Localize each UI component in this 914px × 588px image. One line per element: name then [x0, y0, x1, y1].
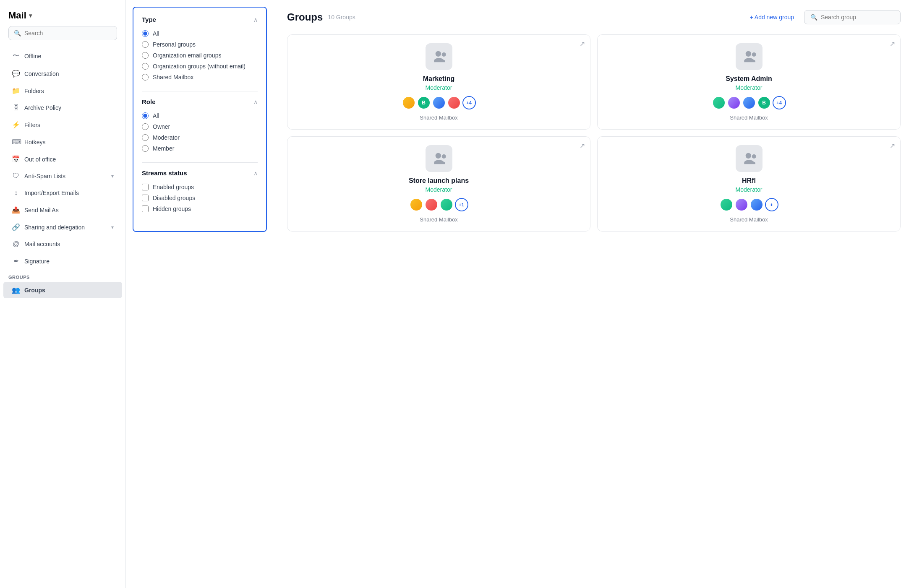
filter-role-owner-label: Owner — [153, 123, 170, 130]
member-count-badge: + — [765, 198, 778, 211]
sidebar-item-label: Filters — [24, 122, 114, 128]
folder-icon: 📁 — [12, 87, 20, 95]
sidebar-item-groups[interactable]: 👥 Groups — [3, 282, 122, 298]
pen-icon: ✒ — [12, 257, 20, 265]
filter-streams-toggle[interactable]: ∧ — [253, 170, 258, 177]
external-link-icon[interactable]: ↗ — [890, 142, 895, 150]
sidebar-item-label: Import/Export Emails — [24, 190, 114, 196]
filter-type-org-email-radio[interactable] — [142, 52, 149, 59]
group-card-marketing: ↗ Marketing Moderator B +4 Shared Mailbo… — [287, 34, 590, 130]
shield-icon: 🛡 — [12, 172, 20, 180]
people-avatar-icon — [431, 150, 447, 167]
main-count: 10 Groups — [328, 14, 355, 21]
app-title-chevron: ▾ — [29, 12, 32, 19]
group-name-hrfl: HRfl — [742, 177, 756, 185]
filter-streams-title: Streams status — [142, 169, 187, 177]
sidebar-item-archive-policy[interactable]: 🗄 Archive Policy — [3, 100, 122, 116]
sidebar-item-signature[interactable]: ✒ Signature — [3, 253, 122, 269]
arrows-icon: ↕ — [12, 189, 20, 197]
sidebar-item-conversation[interactable]: 💬 Conversation — [3, 65, 122, 82]
member-avatar — [735, 198, 748, 211]
search-group-input[interactable] — [821, 14, 894, 21]
filter-streams-hidden-checkbox[interactable] — [142, 206, 149, 212]
sidebar-item-label: Offline — [24, 53, 114, 60]
filter-role-owner-radio[interactable] — [142, 123, 149, 130]
sidebar-item-sharing[interactable]: 🔗 Sharing and delegation ▾ — [3, 219, 122, 235]
main-actions: + Add new group 🔍 — [745, 10, 901, 24]
member-avatar — [425, 198, 438, 211]
sidebar-item-folders[interactable]: 📁 Folders — [3, 83, 122, 99]
filter-role-member[interactable]: Member — [142, 143, 258, 154]
app-title[interactable]: Mail ▾ — [8, 10, 117, 21]
group-members-hrfl: + — [720, 198, 778, 211]
external-link-icon[interactable]: ↗ — [580, 142, 585, 150]
sidebar-item-mail-accounts[interactable]: @ Mail accounts — [3, 236, 122, 252]
filter-divider-1 — [142, 91, 258, 91]
filter-role-moderator-radio[interactable] — [142, 134, 149, 141]
member-count-badge: +4 — [773, 96, 786, 109]
external-link-icon[interactable]: ↗ — [890, 40, 895, 48]
filter-role-toggle[interactable]: ∧ — [253, 99, 258, 105]
sidebar-item-import-export[interactable]: ↕ Import/Export Emails — [3, 185, 122, 201]
sidebar-item-offline[interactable]: 〜 Offline — [3, 47, 122, 65]
filter-type-all[interactable]: All — [142, 28, 258, 39]
groups-grid: ↗ Marketing Moderator B +4 Shared Mailbo… — [287, 34, 901, 232]
at-icon: @ — [12, 240, 20, 248]
filter-streams-enabled-checkbox[interactable] — [142, 184, 149, 190]
filter-streams-disabled[interactable]: Disabled groups — [142, 193, 258, 203]
filter-streams-disabled-label: Disabled groups — [153, 195, 195, 201]
sidebar-item-hotkeys[interactable]: ⌨ Hotkeys — [3, 134, 122, 150]
filter-type-org-email[interactable]: Organization email groups — [142, 50, 258, 61]
filter-type-personal[interactable]: Personal groups — [142, 39, 258, 50]
group-name-system-admin: System Admin — [726, 75, 772, 83]
sidebar-item-label: Out of office — [24, 156, 114, 163]
filter-type-title: Type — [142, 16, 156, 23]
filter-type-personal-radio[interactable] — [142, 41, 149, 48]
external-link-icon[interactable]: ↗ — [580, 40, 585, 48]
sidebar-item-label: Signature — [24, 258, 114, 265]
filter-type-shared-radio[interactable] — [142, 74, 149, 81]
member-avatar — [432, 96, 446, 109]
filter-role-title: Role — [142, 98, 156, 105]
filter-streams-enabled[interactable]: Enabled groups — [142, 182, 258, 193]
filter-type-all-radio[interactable] — [142, 30, 149, 37]
filter-type-shared-label: Shared Mailbox — [153, 74, 193, 81]
filter-role-member-radio[interactable] — [142, 145, 149, 152]
main-title: Groups — [287, 11, 323, 23]
member-count-badge: +1 — [455, 198, 468, 211]
member-avatar: B — [417, 96, 431, 109]
search-box: 🔍 — [8, 26, 117, 40]
filter-role-all-radio[interactable] — [142, 112, 149, 119]
sidebar-item-anti-spam[interactable]: 🛡 Anti-Spam Lists ▾ — [3, 168, 122, 184]
member-avatar — [447, 96, 461, 109]
add-new-group-button[interactable]: + Add new group — [745, 10, 799, 24]
filter-type-header: Type ∧ — [142, 16, 258, 23]
group-role-store-launch: Moderator — [426, 186, 452, 193]
group-role-system-admin: Moderator — [736, 84, 763, 91]
filter-streams-enabled-label: Enabled groups — [153, 184, 194, 190]
people-avatar-icon — [741, 48, 757, 65]
main-content: Groups 10 Groups + Add new group 🔍 ↗ Mar… — [274, 0, 914, 588]
filter-type-org-no-email-radio[interactable] — [142, 63, 149, 70]
send-icon: 📤 — [12, 206, 20, 214]
sidebar-item-out-of-office[interactable]: 📅 Out of office — [3, 151, 122, 167]
filter-type-shared[interactable]: Shared Mailbox — [142, 72, 258, 83]
filter-type-toggle[interactable]: ∧ — [253, 16, 258, 23]
group-type-store-launch: Shared Mailbox — [420, 216, 457, 223]
calendar-icon: 📅 — [12, 155, 20, 163]
sidebar-item-label: Archive Policy — [24, 104, 114, 111]
filter-streams-hidden-label: Hidden groups — [153, 206, 191, 212]
filter-type-org-no-email[interactable]: Organization groups (without email) — [142, 61, 258, 72]
group-card-store-launch: ↗ Store launch plans Moderator +1 Shared… — [287, 136, 590, 232]
filter-role-moderator[interactable]: Moderator — [142, 132, 258, 143]
sidebar-item-send-mail-as[interactable]: 📤 Send Mail As — [3, 202, 122, 218]
filter-streams-hidden[interactable]: Hidden groups — [142, 203, 258, 214]
search-input[interactable] — [24, 30, 112, 36]
search-icon: 🔍 — [14, 30, 21, 36]
sidebar-item-filters[interactable]: ⚡ Filters — [3, 117, 122, 133]
group-card-hrfl: ↗ HRfl Moderator + Shared Mailbox — [597, 136, 901, 232]
archive-icon: 🗄 — [12, 104, 20, 112]
filter-role-all[interactable]: All — [142, 110, 258, 121]
filter-streams-disabled-checkbox[interactable] — [142, 195, 149, 201]
filter-role-owner[interactable]: Owner — [142, 121, 258, 132]
